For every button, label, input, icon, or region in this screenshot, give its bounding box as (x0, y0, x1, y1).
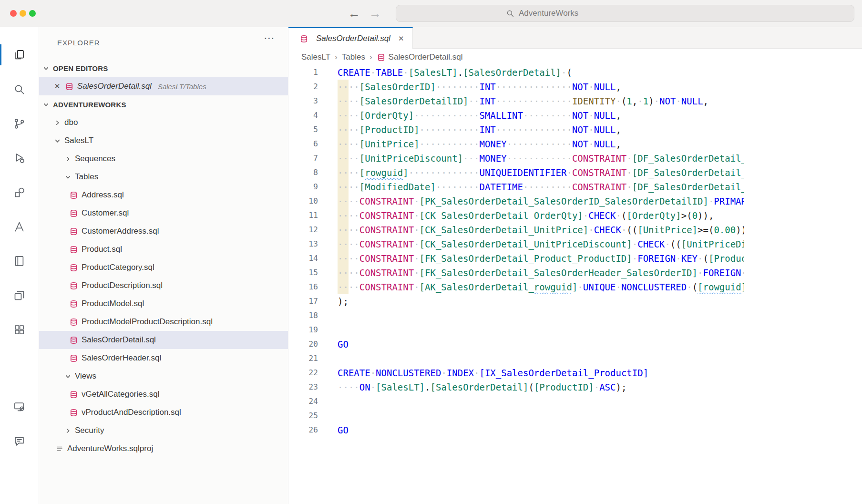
code-line[interactable]: 1CREATE·TABLE·[SalesLT].[SalesOrderDetai… (288, 65, 862, 80)
code-line[interactable]: 19 (288, 323, 862, 337)
azure-icon[interactable] (0, 209, 39, 244)
line-number[interactable]: 9 (288, 180, 318, 194)
line-number[interactable]: 13 (288, 237, 318, 251)
line-number[interactable]: 1 (288, 65, 318, 80)
line-number[interactable]: 22 (288, 366, 318, 380)
tree-item-adventureworks-sqlproj[interactable]: AdventureWorks.sqlproj (39, 440, 288, 458)
close-window-button[interactable] (10, 10, 17, 17)
tree-item-salesorderheader-sql[interactable]: SalesOrderHeader.sql (39, 349, 288, 367)
code-line[interactable]: 20GO (288, 337, 862, 351)
remote-icon[interactable] (0, 390, 39, 424)
zoom-window-button[interactable] (29, 10, 36, 17)
chevron-down-icon[interactable] (64, 372, 72, 380)
line-number[interactable]: 25 (288, 409, 318, 423)
search-icon[interactable] (0, 72, 39, 106)
tree-item-vgetallcategories-sql[interactable]: vGetAllCategories.sql (39, 385, 288, 403)
run-debug-icon[interactable] (0, 141, 39, 175)
line-number[interactable]: 18 (288, 309, 318, 323)
code-line[interactable]: 9····[ModifiedDate]········DATETIME·····… (288, 180, 862, 194)
line-number[interactable]: 4 (288, 108, 318, 123)
code-line[interactable]: 12····CONSTRAINT·[CK_SalesOrderDetail_Un… (288, 223, 862, 237)
tree-item-customeraddress-sql[interactable]: CustomerAddress.sql (39, 222, 288, 240)
code-line[interactable]: 15····CONSTRAINT·[FK_SalesOrderDetail_Sa… (288, 266, 862, 280)
line-number[interactable]: 14 (288, 251, 318, 266)
line-number[interactable]: 3 (288, 94, 318, 108)
tree-item-tables[interactable]: Tables (39, 168, 288, 186)
code-line[interactable]: 25 (288, 409, 862, 423)
chevron-down-icon[interactable] (53, 137, 61, 144)
address-bar[interactable]: AdventureWorks (396, 5, 854, 22)
section-open-editors[interactable]: OPEN EDITORS (39, 59, 288, 77)
code-line[interactable]: 16····CONSTRAINT·[AK_SalesOrderDetail_ro… (288, 280, 862, 294)
forward-button[interactable]: → (368, 6, 382, 21)
tree-item-sequences[interactable]: Sequences (39, 150, 288, 168)
code-line[interactable]: 26GO (288, 423, 862, 437)
windows-icon[interactable] (0, 278, 39, 312)
breadcrumb-item-saleslt[interactable]: SalesLT (301, 52, 330, 62)
source-control-icon[interactable] (0, 106, 39, 141)
tree-item-productmodel-sql[interactable]: ProductModel.sql (39, 295, 288, 313)
line-number[interactable]: 24 (288, 394, 318, 409)
close-icon[interactable]: ✕ (53, 82, 61, 91)
tree-item-customer-sql[interactable]: Customer.sql (39, 204, 288, 222)
extensions-icon[interactable] (0, 175, 39, 209)
tree-item-dbo[interactable]: dbo (39, 113, 288, 132)
line-number[interactable]: 6 (288, 137, 318, 151)
line-number[interactable]: 21 (288, 351, 318, 366)
notebook-icon[interactable] (0, 244, 39, 278)
line-number[interactable]: 10 (288, 194, 318, 208)
breadcrumb-item-salesorderdetail-sql[interactable]: SalesOrderDetail.sql (389, 52, 463, 62)
tree-item-productdescription-sql[interactable]: ProductDescription.sql (39, 277, 288, 295)
grid-icon[interactable] (0, 312, 39, 347)
chevron-down-icon[interactable] (42, 101, 50, 108)
code-editor[interactable]: 1CREATE·TABLE·[SalesLT].[SalesOrderDetai… (288, 65, 862, 504)
code-line[interactable]: 23····ON·[SalesLT].[SalesOrderDetail]([P… (288, 380, 862, 394)
close-icon[interactable]: ✕ (398, 34, 404, 43)
more-actions-icon[interactable]: ⋯ (264, 33, 275, 44)
line-number[interactable]: 15 (288, 266, 318, 280)
code-line[interactable]: 21 (288, 351, 862, 366)
code-line[interactable]: 2····[SalesOrderID]········INT··········… (288, 80, 862, 94)
chevron-down-icon[interactable] (64, 173, 72, 181)
tree-item-vproductanddescription-sql[interactable]: vProductAndDescription.sql (39, 403, 288, 422)
code-line[interactable]: 8····[rowguid]·············UNIQUEIDENTIF… (288, 165, 862, 180)
line-number[interactable]: 26 (288, 423, 318, 437)
chevron-right-icon[interactable] (64, 155, 72, 163)
tab-salesorderdetail-sql[interactable]: SalesOrderDetail.sql ✕ (288, 27, 413, 49)
line-number[interactable]: 16 (288, 280, 318, 294)
code-line[interactable]: 6····[UnitPrice]···········MONEY········… (288, 137, 862, 151)
chevron-right-icon[interactable] (53, 119, 61, 126)
line-number[interactable]: 17 (288, 294, 318, 309)
code-line[interactable]: 18 (288, 309, 862, 323)
code-line[interactable]: 10····CONSTRAINT·[PK_SalesOrderDetail_Sa… (288, 194, 862, 208)
files-icon[interactable] (0, 38, 39, 72)
line-number[interactable]: 5 (288, 123, 318, 137)
breadcrumb-item-tables[interactable]: Tables (342, 52, 365, 62)
code-line[interactable]: 22CREATE·NONCLUSTERED·INDEX·[IX_SalesOrd… (288, 366, 862, 380)
line-number[interactable]: 23 (288, 380, 318, 394)
code-line[interactable]: 14····CONSTRAINT·[FK_SalesOrderDetail_Pr… (288, 251, 862, 266)
tree-item-salesorderdetail-sql[interactable]: SalesOrderDetail.sql (39, 331, 288, 349)
line-number[interactable]: 8 (288, 165, 318, 180)
back-button[interactable]: ← (347, 6, 361, 21)
minimize-window-button[interactable] (20, 10, 26, 17)
line-number[interactable]: 11 (288, 208, 318, 223)
line-number[interactable]: 12 (288, 223, 318, 237)
code-line[interactable]: 17); (288, 294, 862, 309)
line-number[interactable]: 2 (288, 80, 318, 94)
tree-item-saleslt[interactable]: SalesLT (39, 132, 288, 150)
chevron-down-icon[interactable] (42, 64, 50, 72)
code-line[interactable]: 3····[SalesOrderDetailID]··INT··········… (288, 94, 862, 108)
code-line[interactable]: 5····[ProductID]···········INT··········… (288, 123, 862, 137)
line-number[interactable]: 19 (288, 323, 318, 337)
tree-item-product-sql[interactable]: Product.sql (39, 240, 288, 258)
line-number[interactable]: 7 (288, 151, 318, 165)
line-number[interactable]: 20 (288, 337, 318, 351)
code-line[interactable]: 24 (288, 394, 862, 409)
tree-item-address-sql[interactable]: Address.sql (39, 186, 288, 204)
tree-item-views[interactable]: Views (39, 367, 288, 385)
code-line[interactable]: 13····CONSTRAINT·[CK_SalesOrderDetail_Un… (288, 237, 862, 251)
code-line[interactable]: 7····[UnitPriceDiscount]···MONEY········… (288, 151, 862, 165)
tree-item-security[interactable]: Security (39, 422, 288, 440)
chevron-right-icon[interactable] (64, 427, 72, 434)
